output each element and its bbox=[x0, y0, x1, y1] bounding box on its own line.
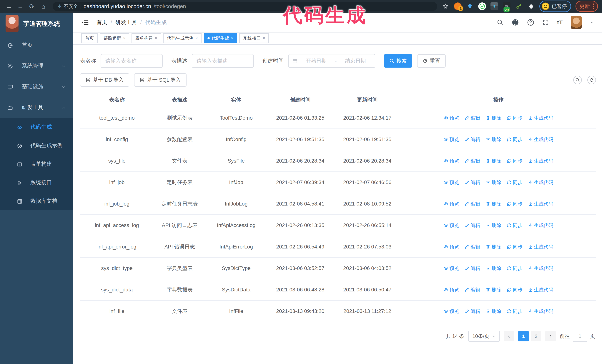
action-删除[interactable]: 删除 bbox=[486, 221, 501, 229]
action-预览[interactable]: 预览 bbox=[444, 200, 459, 208]
tab-close-icon[interactable]: × bbox=[195, 36, 198, 41]
action-删除[interactable]: 删除 bbox=[486, 135, 501, 143]
breadcrumb-home[interactable]: 首页 bbox=[97, 19, 107, 26]
extension-grid-icon[interactable] bbox=[491, 2, 498, 10]
action-删除[interactable]: 删除 bbox=[486, 243, 501, 251]
sidebar-item-研发工具[interactable]: 研发工具 bbox=[0, 97, 73, 118]
not-secure-warning[interactable]: ⚠ 不安全 bbox=[57, 3, 78, 10]
fullscreen-icon[interactable] bbox=[542, 19, 549, 26]
action-生成代码[interactable]: 生成代码 bbox=[528, 243, 553, 251]
header-search-icon[interactable] bbox=[497, 19, 504, 26]
action-编辑[interactable]: 编辑 bbox=[465, 221, 480, 229]
action-编辑[interactable]: 编辑 bbox=[465, 114, 480, 122]
sidebar-subitem-表单构建[interactable]: 表单构建 bbox=[0, 155, 73, 173]
import-sql-button[interactable]: 基于 SQL 导入 bbox=[134, 73, 186, 87]
page-size-select[interactable]: 10条/页 bbox=[468, 331, 500, 342]
search-button[interactable]: 搜索 bbox=[384, 54, 412, 68]
action-删除[interactable]: 删除 bbox=[486, 286, 501, 294]
action-删除[interactable]: 删除 bbox=[486, 157, 501, 165]
action-编辑[interactable]: 编辑 bbox=[465, 307, 480, 315]
prev-page-button[interactable] bbox=[504, 331, 514, 341]
action-生成代码[interactable]: 生成代码 bbox=[528, 307, 553, 315]
action-同步[interactable]: 同步 bbox=[507, 135, 523, 143]
toggle-search-button[interactable] bbox=[573, 76, 582, 84]
action-生成代码[interactable]: 生成代码 bbox=[528, 114, 553, 122]
browser-back-icon[interactable]: ← bbox=[4, 1, 14, 11]
sidebar-subitem-代码生成示例[interactable]: 代码生成示例 bbox=[0, 136, 73, 155]
update-button[interactable]: 更新 bbox=[576, 1, 598, 12]
action-同步[interactable]: 同步 bbox=[507, 286, 523, 294]
sidebar-item-首页[interactable]: 首页 bbox=[0, 35, 73, 56]
tab-close-icon[interactable]: × bbox=[231, 36, 234, 41]
action-同步[interactable]: 同步 bbox=[507, 221, 523, 229]
action-生成代码[interactable]: 生成代码 bbox=[528, 200, 553, 208]
action-编辑[interactable]: 编辑 bbox=[465, 200, 480, 208]
extension-gem-icon[interactable] bbox=[466, 2, 474, 10]
extension-green-check-icon[interactable] bbox=[478, 2, 486, 10]
action-编辑[interactable]: 编辑 bbox=[465, 157, 480, 165]
user-menu-caret-icon[interactable] bbox=[590, 20, 594, 24]
action-删除[interactable]: 删除 bbox=[486, 264, 501, 272]
goto-page-input[interactable] bbox=[573, 331, 587, 342]
action-预览[interactable]: 预览 bbox=[444, 307, 459, 315]
sidebar-subitem-系统接口[interactable]: 系统接口 bbox=[0, 173, 73, 192]
action-同步[interactable]: 同步 bbox=[507, 178, 523, 186]
font-size-icon[interactable]: tT bbox=[557, 19, 563, 26]
action-删除[interactable]: 删除 bbox=[486, 200, 501, 208]
action-编辑[interactable]: 编辑 bbox=[465, 243, 480, 251]
action-预览[interactable]: 预览 bbox=[444, 114, 459, 122]
help-icon[interactable] bbox=[527, 19, 534, 26]
action-预览[interactable]: 预览 bbox=[444, 157, 459, 165]
tab-代码生成示例[interactable]: 代码生成示例× bbox=[163, 33, 202, 43]
action-同步[interactable]: 同步 bbox=[507, 114, 523, 122]
tab-代码生成[interactable]: 代码生成× bbox=[204, 33, 237, 43]
tab-链路追踪[interactable]: 链路追踪× bbox=[100, 33, 129, 43]
user-avatar[interactable] bbox=[571, 16, 582, 29]
action-生成代码[interactable]: 生成代码 bbox=[528, 157, 553, 165]
action-预览[interactable]: 预览 bbox=[444, 135, 459, 143]
action-预览[interactable]: 预览 bbox=[444, 264, 459, 272]
action-生成代码[interactable]: 生成代码 bbox=[528, 178, 553, 186]
action-同步[interactable]: 同步 bbox=[507, 307, 523, 315]
browser-home-icon[interactable]: ⌂ bbox=[39, 1, 48, 11]
action-同步[interactable]: 同步 bbox=[507, 157, 523, 165]
date-range-picker[interactable]: 开始日期 - 结束日期 bbox=[288, 54, 375, 68]
refresh-table-button[interactable] bbox=[587, 76, 596, 84]
extension-dark-on-icon[interactable]: on bbox=[503, 2, 510, 10]
action-删除[interactable]: 删除 bbox=[486, 114, 501, 122]
table-name-input[interactable] bbox=[101, 54, 163, 68]
action-编辑[interactable]: 编辑 bbox=[465, 178, 480, 186]
github-icon[interactable] bbox=[512, 19, 519, 26]
profile-paused-pill[interactable]: 已暂停 bbox=[539, 0, 571, 12]
action-编辑[interactable]: 编辑 bbox=[465, 135, 480, 143]
address-bar[interactable]: ⚠ 不安全 dashboard.yudao.iocoder.cn/tool/co… bbox=[53, 2, 437, 11]
action-生成代码[interactable]: 生成代码 bbox=[528, 135, 553, 143]
action-编辑[interactable]: 编辑 bbox=[465, 286, 480, 294]
action-生成代码[interactable]: 生成代码 bbox=[528, 221, 553, 229]
next-page-button[interactable] bbox=[545, 331, 556, 341]
sidebar-subitem-代码生成[interactable]: 代码生成 bbox=[0, 118, 73, 136]
action-预览[interactable]: 预览 bbox=[444, 243, 459, 251]
reset-button[interactable]: 重置 bbox=[417, 54, 446, 68]
table-desc-input[interactable] bbox=[192, 54, 254, 68]
action-预览[interactable]: 预览 bbox=[444, 178, 459, 186]
action-生成代码[interactable]: 生成代码 bbox=[528, 264, 553, 272]
action-同步[interactable]: 同步 bbox=[507, 264, 523, 272]
action-删除[interactable]: 删除 bbox=[486, 178, 501, 186]
extensions-puzzle-icon[interactable] bbox=[527, 2, 535, 10]
action-生成代码[interactable]: 生成代码 bbox=[528, 286, 553, 294]
browser-reload-icon[interactable]: ⟳ bbox=[27, 1, 37, 11]
browser-menu-icon[interactable] bbox=[593, 3, 594, 9]
sidebar-item-基础设施[interactable]: 基础设施 bbox=[0, 76, 73, 97]
action-预览[interactable]: 预览 bbox=[444, 286, 459, 294]
bookmark-star-icon[interactable] bbox=[441, 2, 449, 10]
tab-close-icon[interactable]: × bbox=[263, 36, 265, 41]
action-同步[interactable]: 同步 bbox=[507, 243, 523, 251]
action-编辑[interactable]: 编辑 bbox=[465, 264, 480, 272]
sidebar-item-系统管理[interactable]: 系统管理 bbox=[0, 56, 73, 76]
sidebar-subitem-数据库文档[interactable]: 数据库文档 bbox=[0, 192, 73, 210]
tab-表单构建[interactable]: 表单构建× bbox=[131, 33, 161, 43]
menu-fold-icon[interactable] bbox=[81, 19, 89, 26]
action-同步[interactable]: 同步 bbox=[507, 200, 523, 208]
action-删除[interactable]: 删除 bbox=[486, 307, 501, 315]
